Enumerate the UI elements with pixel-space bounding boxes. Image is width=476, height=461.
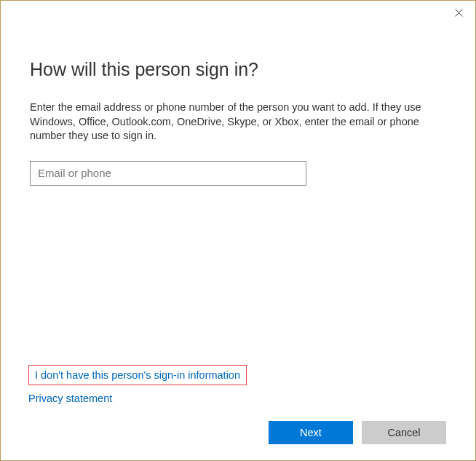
dialog-heading: How will this person sign in? (30, 59, 446, 80)
email-or-phone-input[interactable] (30, 161, 306, 186)
cancel-button[interactable]: Cancel (362, 421, 446, 444)
next-button[interactable]: Next (269, 421, 353, 444)
privacy-statement-link[interactable]: Privacy statement (28, 391, 247, 406)
add-user-dialog: How will this person sign in? Enter the … (0, 0, 476, 461)
dialog-content: How will this person sign in? Enter the … (1, 1, 475, 186)
no-signin-info-highlight: I don't have this person's sign-in infor… (28, 365, 247, 385)
no-signin-info-link[interactable]: I don't have this person's sign-in infor… (35, 369, 240, 381)
close-button[interactable] (442, 1, 475, 24)
close-icon (455, 9, 463, 17)
dialog-links: I don't have this person's sign-in infor… (28, 365, 247, 406)
dialog-buttons: Next Cancel (269, 421, 446, 444)
dialog-body-text: Enter the email address or phone number … (30, 101, 437, 143)
